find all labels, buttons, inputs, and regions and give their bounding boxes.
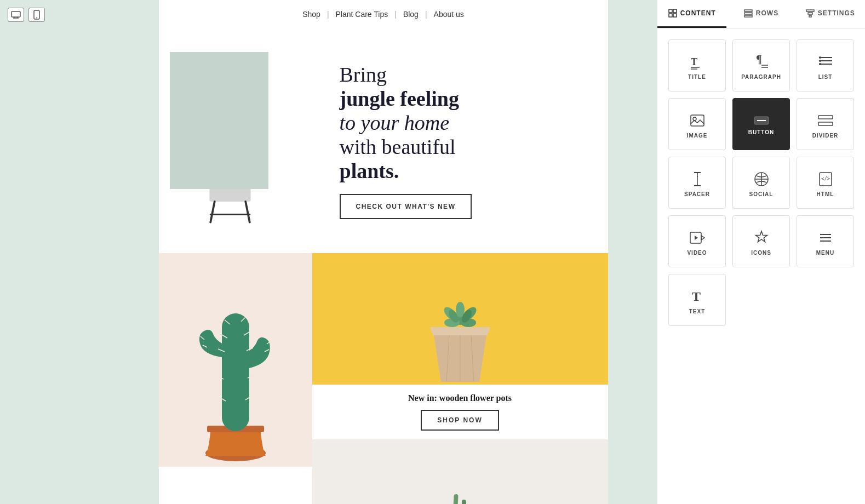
- divider-item-label: DIVIDER: [812, 133, 839, 139]
- text-icon: T: [690, 289, 705, 304]
- device-controls: [5, 5, 47, 24]
- nav-sep-3: |: [425, 10, 427, 19]
- hero-section: Bring jungle feeling to your home with b…: [159, 28, 608, 253]
- content-item-text[interactable]: T TEXT: [668, 274, 726, 326]
- svg-rect-76: [691, 115, 704, 126]
- site-nav: Shop | Plant Care Tips | Blog | About us: [159, 0, 608, 28]
- svg-line-9: [245, 202, 250, 222]
- content-item-icons[interactable]: ICONS: [732, 215, 790, 267]
- cactus-illustration: [159, 259, 312, 467]
- bottom-plant-illustration: [397, 461, 523, 504]
- icons-icon: [754, 230, 769, 245]
- tab-rows[interactable]: ROWS: [726, 0, 795, 28]
- content-item-list[interactable]: LIST: [797, 39, 854, 91]
- rows-tab-icon: [744, 9, 753, 18]
- spacer-item-label: SPACER: [684, 191, 710, 197]
- html-icon: </>: [818, 171, 833, 187]
- hero-image-area: [170, 52, 323, 230]
- paragraph-icon: ¶: [754, 54, 769, 70]
- paragraph-item-label: PARAGRAPH: [741, 74, 781, 80]
- svg-text:T: T: [692, 289, 701, 303]
- hero-line-4: with beautiful: [340, 135, 586, 159]
- image-item-label: IMAGE: [687, 133, 708, 139]
- nav-shop[interactable]: Shop: [302, 10, 320, 19]
- image-icon: [690, 113, 705, 128]
- social-icon: [754, 171, 769, 187]
- social-item-label: SOCIAL: [749, 191, 774, 197]
- content-item-title[interactable]: T TITLE: [668, 39, 726, 91]
- svg-point-77: [693, 117, 696, 121]
- svg-line-8: [210, 202, 215, 222]
- svg-rect-54: [669, 9, 672, 13]
- product-right: New in: wooden flower pots SHOP NOW: [312, 253, 608, 504]
- content-item-button[interactable]: BUTTON: [732, 98, 790, 150]
- bottom-product-area: [312, 439, 608, 504]
- tab-content-label: CONTENT: [680, 9, 716, 17]
- svg-marker-37: [430, 327, 490, 335]
- content-item-menu[interactable]: MENU: [797, 215, 854, 267]
- cactus-image-area: [159, 253, 312, 467]
- content-item-spacer[interactable]: SPACER: [668, 157, 726, 209]
- panel-content-grid: T TITLE ¶ PARAGRAPH: [657, 28, 865, 337]
- canvas-area: Shop | Plant Care Tips | Blog | About us: [110, 0, 657, 504]
- svg-rect-50: [450, 494, 458, 504]
- svg-rect-62: [808, 13, 812, 14]
- shop-now-button[interactable]: SHOP NOW: [421, 410, 499, 431]
- icons-item-label: ICONS: [751, 250, 771, 256]
- svg-text:T: T: [691, 56, 697, 67]
- check-out-button[interactable]: CHECK OUT WHAT'S NEW: [340, 194, 472, 219]
- desktop-view-button[interactable]: [8, 8, 24, 22]
- svg-text:¶: ¶: [756, 54, 762, 65]
- nav-about[interactable]: About us: [434, 10, 464, 19]
- svg-rect-21: [222, 313, 249, 431]
- hero-line-5: plants.: [340, 159, 586, 183]
- product-title: New in: wooden flower pots: [321, 393, 599, 403]
- content-item-image[interactable]: IMAGE: [668, 98, 726, 150]
- right-panel: CONTENT ROWS SETTINGS T: [657, 0, 865, 504]
- svg-rect-63: [809, 15, 811, 17]
- video-item-label: VIDEO: [687, 250, 707, 256]
- html-item-label: HTML: [817, 191, 834, 197]
- svg-rect-57: [673, 14, 677, 17]
- svg-marker-92: [701, 236, 704, 240]
- panel-tabs: CONTENT ROWS SETTINGS: [657, 0, 865, 28]
- svg-rect-58: [744, 10, 752, 12]
- tab-settings[interactable]: SETTINGS: [796, 0, 865, 28]
- svg-marker-93: [695, 236, 698, 240]
- button-item-label: BUTTON: [748, 129, 774, 135]
- svg-point-73: [819, 56, 821, 59]
- menu-icon: [818, 230, 833, 245]
- title-item-label: TITLE: [688, 74, 706, 80]
- svg-text:</>: </>: [821, 176, 830, 181]
- content-item-social[interactable]: SOCIAL: [732, 157, 790, 209]
- svg-point-75: [819, 63, 821, 65]
- content-item-video[interactable]: VIDEO: [668, 215, 726, 267]
- tab-content[interactable]: CONTENT: [657, 0, 726, 28]
- nav-sep-2: |: [394, 10, 397, 19]
- products-grid: New in: wooden flower pots SHOP NOW: [159, 253, 608, 504]
- product-card: [312, 253, 608, 385]
- product-info: New in: wooden flower pots SHOP NOW: [312, 385, 608, 439]
- tab-rows-label: ROWS: [756, 9, 778, 17]
- svg-point-5: [36, 18, 37, 19]
- title-icon: T: [690, 54, 705, 70]
- content-item-paragraph[interactable]: ¶ PARAGRAPH: [732, 39, 790, 91]
- svg-rect-56: [669, 14, 672, 17]
- plant-bg-square: [170, 52, 268, 189]
- list-icon: [818, 54, 833, 70]
- website-canvas: Shop | Plant Care Tips | Blog | About us: [159, 0, 608, 504]
- svg-rect-60: [744, 15, 752, 17]
- mobile-view-button[interactable]: [28, 8, 45, 22]
- svg-rect-61: [806, 10, 814, 12]
- hero-line-2: jungle feeling: [340, 87, 586, 111]
- content-item-html[interactable]: </> HTML: [797, 157, 854, 209]
- content-item-divider[interactable]: DIVIDER: [797, 98, 854, 150]
- wooden-pot-illustration: [405, 256, 515, 382]
- nav-blog[interactable]: Blog: [403, 10, 419, 19]
- hero-line-3: to your home: [340, 111, 586, 135]
- svg-marker-94: [755, 231, 767, 242]
- content-tab-icon: [668, 9, 677, 18]
- hero-line-1: Bring: [340, 62, 586, 87]
- nav-plant-care[interactable]: Plant Care Tips: [336, 10, 388, 19]
- spacer-icon: [690, 171, 705, 187]
